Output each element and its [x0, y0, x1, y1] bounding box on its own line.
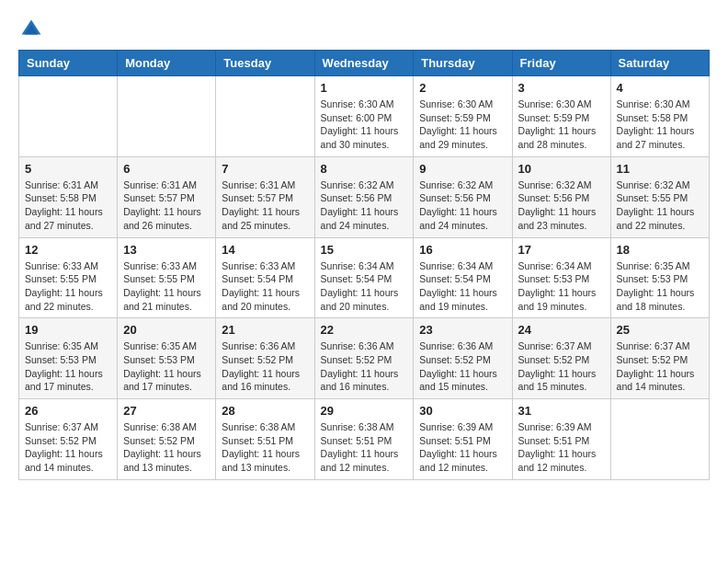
calendar-week-row: 1Sunrise: 6:30 AM Sunset: 6:00 PM Daylig…	[19, 76, 710, 157]
day-info: Sunrise: 6:31 AM Sunset: 5:57 PM Dayligh…	[123, 178, 210, 233]
calendar-cell: 8Sunrise: 6:32 AM Sunset: 5:56 PM Daylig…	[314, 156, 414, 237]
calendar-cell: 12Sunrise: 6:33 AM Sunset: 5:55 PM Dayli…	[19, 237, 118, 318]
day-info: Sunrise: 6:39 AM Sunset: 5:51 PM Dayligh…	[419, 420, 506, 475]
day-number: 17	[518, 243, 605, 257]
day-number: 9	[419, 162, 506, 176]
calendar-cell: 30Sunrise: 6:39 AM Sunset: 5:51 PM Dayli…	[414, 399, 512, 480]
calendar-week-row: 19Sunrise: 6:35 AM Sunset: 5:53 PM Dayli…	[19, 318, 710, 399]
calendar-cell: 17Sunrise: 6:34 AM Sunset: 5:53 PM Dayli…	[512, 237, 610, 318]
day-info: Sunrise: 6:33 AM Sunset: 5:54 PM Dayligh…	[222, 259, 308, 314]
calendar-cell: 1Sunrise: 6:30 AM Sunset: 6:00 PM Daylig…	[314, 76, 414, 157]
calendar-cell: 5Sunrise: 6:31 AM Sunset: 5:58 PM Daylig…	[19, 156, 118, 237]
day-info: Sunrise: 6:35 AM Sunset: 5:53 PM Dayligh…	[25, 339, 111, 394]
day-number: 12	[25, 243, 111, 257]
calendar-cell: 16Sunrise: 6:34 AM Sunset: 5:54 PM Dayli…	[414, 237, 512, 318]
day-number: 29	[321, 404, 408, 418]
day-number: 2	[419, 81, 506, 95]
day-info: Sunrise: 6:37 AM Sunset: 5:52 PM Dayligh…	[617, 339, 703, 394]
day-info: Sunrise: 6:37 AM Sunset: 5:52 PM Dayligh…	[25, 420, 111, 475]
day-number: 4	[617, 81, 703, 95]
day-of-week-header: Saturday	[610, 51, 709, 76]
calendar-cell: 10Sunrise: 6:32 AM Sunset: 5:56 PM Dayli…	[512, 156, 610, 237]
calendar-cell: 13Sunrise: 6:33 AM Sunset: 5:55 PM Dayli…	[118, 237, 216, 318]
day-number: 11	[617, 162, 703, 176]
day-number: 3	[518, 81, 605, 95]
day-number: 5	[25, 162, 111, 176]
day-info: Sunrise: 6:33 AM Sunset: 5:55 PM Dayligh…	[123, 259, 210, 314]
day-info: Sunrise: 6:35 AM Sunset: 5:53 PM Dayligh…	[123, 339, 210, 394]
day-info: Sunrise: 6:34 AM Sunset: 5:54 PM Dayligh…	[419, 259, 506, 314]
calendar-cell	[216, 76, 314, 157]
day-info: Sunrise: 6:34 AM Sunset: 5:54 PM Dayligh…	[321, 259, 408, 314]
day-of-week-header: Friday	[512, 51, 610, 76]
calendar-cell: 28Sunrise: 6:38 AM Sunset: 5:51 PM Dayli…	[216, 399, 314, 480]
calendar-cell: 11Sunrise: 6:32 AM Sunset: 5:55 PM Dayli…	[610, 156, 709, 237]
calendar-cell: 22Sunrise: 6:36 AM Sunset: 5:52 PM Dayli…	[314, 318, 414, 399]
calendar-cell: 24Sunrise: 6:37 AM Sunset: 5:52 PM Dayli…	[512, 318, 610, 399]
day-info: Sunrise: 6:35 AM Sunset: 5:53 PM Dayligh…	[617, 259, 703, 314]
day-number: 19	[25, 323, 111, 337]
day-number: 7	[222, 162, 308, 176]
day-info: Sunrise: 6:38 AM Sunset: 5:51 PM Dayligh…	[321, 420, 408, 475]
calendar-week-row: 26Sunrise: 6:37 AM Sunset: 5:52 PM Dayli…	[19, 399, 710, 480]
day-info: Sunrise: 6:31 AM Sunset: 5:57 PM Dayligh…	[222, 178, 308, 233]
day-info: Sunrise: 6:30 AM Sunset: 5:58 PM Dayligh…	[617, 98, 703, 152]
day-number: 22	[321, 323, 408, 337]
day-number: 20	[123, 323, 210, 337]
calendar-cell: 15Sunrise: 6:34 AM Sunset: 5:54 PM Dayli…	[314, 237, 414, 318]
day-number: 15	[321, 243, 408, 257]
day-number: 6	[123, 162, 210, 176]
calendar-cell: 7Sunrise: 6:31 AM Sunset: 5:57 PM Daylig…	[216, 156, 314, 237]
day-info: Sunrise: 6:32 AM Sunset: 5:56 PM Dayligh…	[419, 178, 506, 233]
page-header	[18, 18, 710, 40]
day-number: 24	[518, 323, 605, 337]
calendar-header-row: SundayMondayTuesdayWednesdayThursdayFrid…	[19, 51, 710, 76]
day-info: Sunrise: 6:38 AM Sunset: 5:51 PM Dayligh…	[222, 420, 308, 475]
day-number: 21	[222, 323, 308, 337]
day-of-week-header: Thursday	[414, 51, 512, 76]
day-of-week-header: Wednesday	[314, 51, 414, 76]
calendar-cell: 26Sunrise: 6:37 AM Sunset: 5:52 PM Dayli…	[19, 399, 118, 480]
day-info: Sunrise: 6:37 AM Sunset: 5:52 PM Dayligh…	[518, 339, 605, 394]
day-number: 14	[222, 243, 308, 257]
day-number: 13	[123, 243, 210, 257]
day-info: Sunrise: 6:36 AM Sunset: 5:52 PM Dayligh…	[419, 339, 506, 394]
day-number: 28	[222, 404, 308, 418]
day-of-week-header: Sunday	[19, 51, 118, 76]
calendar-cell: 27Sunrise: 6:38 AM Sunset: 5:52 PM Dayli…	[118, 399, 216, 480]
logo	[18, 18, 42, 40]
calendar-cell: 23Sunrise: 6:36 AM Sunset: 5:52 PM Dayli…	[414, 318, 512, 399]
logo-icon	[20, 18, 42, 40]
day-of-week-header: Tuesday	[216, 51, 314, 76]
day-number: 25	[617, 323, 703, 337]
calendar-cell	[610, 399, 709, 480]
day-info: Sunrise: 6:33 AM Sunset: 5:55 PM Dayligh…	[25, 259, 111, 314]
calendar-cell: 21Sunrise: 6:36 AM Sunset: 5:52 PM Dayli…	[216, 318, 314, 399]
calendar-cell: 14Sunrise: 6:33 AM Sunset: 5:54 PM Dayli…	[216, 237, 314, 318]
day-number: 31	[518, 404, 605, 418]
calendar-cell	[118, 76, 216, 157]
day-info: Sunrise: 6:36 AM Sunset: 5:52 PM Dayligh…	[222, 339, 308, 394]
calendar-cell: 20Sunrise: 6:35 AM Sunset: 5:53 PM Dayli…	[118, 318, 216, 399]
day-info: Sunrise: 6:30 AM Sunset: 5:59 PM Dayligh…	[518, 98, 605, 152]
day-number: 1	[321, 81, 408, 95]
calendar-table: SundayMondayTuesdayWednesdayThursdayFrid…	[18, 50, 710, 480]
calendar-cell: 31Sunrise: 6:39 AM Sunset: 5:51 PM Dayli…	[512, 399, 610, 480]
day-info: Sunrise: 6:31 AM Sunset: 5:58 PM Dayligh…	[25, 178, 111, 233]
day-info: Sunrise: 6:39 AM Sunset: 5:51 PM Dayligh…	[518, 420, 605, 475]
calendar-cell: 9Sunrise: 6:32 AM Sunset: 5:56 PM Daylig…	[414, 156, 512, 237]
day-info: Sunrise: 6:32 AM Sunset: 5:56 PM Dayligh…	[518, 178, 605, 233]
day-info: Sunrise: 6:32 AM Sunset: 5:56 PM Dayligh…	[321, 178, 408, 233]
day-number: 18	[617, 243, 703, 257]
day-number: 23	[419, 323, 506, 337]
calendar-cell: 25Sunrise: 6:37 AM Sunset: 5:52 PM Dayli…	[610, 318, 709, 399]
day-info: Sunrise: 6:32 AM Sunset: 5:55 PM Dayligh…	[617, 178, 703, 233]
day-of-week-header: Monday	[118, 51, 216, 76]
calendar-cell: 3Sunrise: 6:30 AM Sunset: 5:59 PM Daylig…	[512, 76, 610, 157]
calendar-cell: 29Sunrise: 6:38 AM Sunset: 5:51 PM Dayli…	[314, 399, 414, 480]
calendar-cell: 2Sunrise: 6:30 AM Sunset: 5:59 PM Daylig…	[414, 76, 512, 157]
calendar-cell	[19, 76, 118, 157]
calendar-cell: 19Sunrise: 6:35 AM Sunset: 5:53 PM Dayli…	[19, 318, 118, 399]
calendar-cell: 18Sunrise: 6:35 AM Sunset: 5:53 PM Dayli…	[610, 237, 709, 318]
day-number: 8	[321, 162, 408, 176]
